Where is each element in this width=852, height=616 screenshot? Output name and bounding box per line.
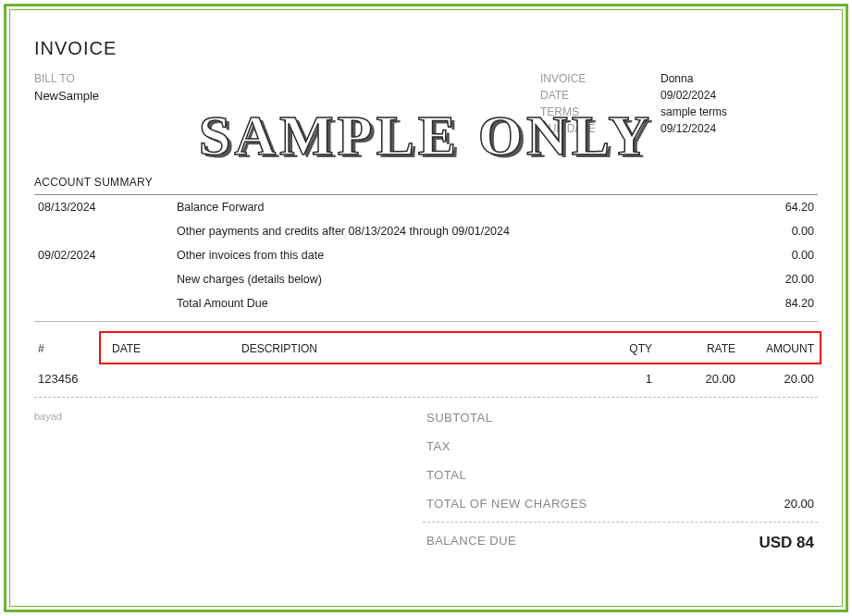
info-date-label: DATE [540, 89, 661, 102]
col-header-date: DATE [108, 335, 238, 363]
line-desc [238, 363, 591, 393]
line-amount: 20.00 [739, 363, 818, 393]
total-row: TOTAL [423, 461, 818, 489]
summary-desc: Total Amount Due [173, 291, 735, 315]
tax-row: TAX [423, 432, 818, 461]
summary-amount: 0.00 [735, 219, 818, 243]
info-row-date: DATE 09/02/2024 [540, 89, 818, 102]
invoice-info-block: INVOICE Donna DATE 09/02/2024 TERMS samp… [540, 72, 818, 139]
summary-date: 09/02/2024 [34, 243, 173, 267]
info-due-label: DUE DATE [540, 122, 661, 135]
line-header-row: # DATE DESCRIPTION QTY RATE AMOUNT [34, 335, 818, 363]
line-items-table: # DATE DESCRIPTION QTY RATE AMOUNT 12345… [34, 335, 818, 393]
summary-date: 08/13/2024 [34, 195, 173, 219]
subtotal-value [712, 411, 814, 425]
bill-to-name: NewSample [34, 89, 293, 103]
col-header-qty: QTY [591, 335, 656, 363]
account-summary-table: 08/13/2024 Balance Forward 64.20 Other p… [34, 195, 818, 315]
col-header-desc: DESCRIPTION [238, 335, 591, 363]
line-date [108, 363, 238, 393]
tax-label: TAX [426, 439, 712, 453]
summary-row: Other payments and credits after 08/13/2… [34, 219, 818, 243]
info-date-value: 09/02/2024 [661, 89, 818, 102]
total-value [712, 468, 814, 482]
new-charges-value: 20.00 [712, 497, 814, 511]
account-summary-heading: ACCOUNT SUMMARY [34, 176, 818, 189]
dashed-divider [423, 522, 818, 523]
summary-desc: Other payments and credits after 08/13/2… [173, 219, 735, 243]
summary-date [34, 291, 173, 315]
col-header-num: # [34, 335, 108, 363]
summary-desc: Other invoices from this date [173, 243, 735, 267]
subtotal-label: SUBTOTAL [426, 411, 712, 425]
tax-value [712, 439, 814, 453]
divider [34, 321, 818, 322]
summary-date [34, 267, 173, 291]
balance-due-value: USD 84 [712, 534, 814, 552]
new-charges-row: TOTAL OF NEW CHARGES 20.00 [423, 489, 818, 518]
col-header-rate: RATE [656, 335, 739, 363]
inner-frame: SAMPLE ONLY INVOICE BILL TO NewSample IN… [9, 9, 843, 607]
info-row-invoice: INVOICE Donna [540, 72, 818, 85]
summary-date [34, 219, 173, 243]
summary-desc: Balance Forward [173, 195, 735, 219]
document-title: INVOICE [34, 38, 818, 59]
summary-row: 08/13/2024 Balance Forward 64.20 [34, 195, 818, 219]
line-items-header-wrap: # DATE DESCRIPTION QTY RATE AMOUNT 12345… [34, 335, 818, 393]
new-charges-label: TOTAL OF NEW CHARGES [426, 497, 712, 511]
footer-note: bayad [34, 403, 219, 560]
header-spacer [293, 72, 540, 139]
summary-amount: 84.20 [735, 291, 818, 315]
summary-desc: New charges (details below) [173, 267, 735, 291]
info-terms-value: sample terms [661, 105, 818, 118]
totals-area: bayad SUBTOTAL TAX TOTAL TOTAL OF NEW CH… [34, 403, 818, 560]
bill-to-label: BILL TO [34, 72, 293, 85]
info-invoice-value: Donna [661, 72, 818, 85]
totals-column: SUBTOTAL TAX TOTAL TOTAL OF NEW CHARGES … [423, 403, 818, 560]
balance-due-label: BALANCE DUE [426, 534, 712, 552]
info-row-terms: TERMS sample terms [540, 105, 818, 118]
summary-amount: 0.00 [735, 243, 818, 267]
total-label: TOTAL [426, 468, 712, 482]
info-terms-label: TERMS [540, 105, 661, 118]
line-qty: 1 [591, 363, 656, 393]
summary-row: Total Amount Due 84.20 [34, 291, 818, 315]
subtotal-row: SUBTOTAL [423, 403, 818, 432]
summary-amount: 20.00 [735, 267, 818, 291]
line-item-row: 123456 1 20.00 20.00 [34, 363, 818, 393]
summary-row: 09/02/2024 Other invoices from this date… [34, 243, 818, 267]
line-num: 123456 [34, 363, 108, 393]
summary-amount: 64.20 [735, 195, 818, 219]
summary-row: New charges (details below) 20.00 [34, 267, 818, 291]
col-header-amount: AMOUNT [739, 335, 818, 363]
dashed-divider [34, 397, 818, 398]
header-row: BILL TO NewSample INVOICE Donna DATE 09/… [34, 72, 818, 139]
bill-to-block: BILL TO NewSample [34, 72, 293, 139]
outer-frame: SAMPLE ONLY INVOICE BILL TO NewSample IN… [4, 4, 848, 612]
info-due-value: 09/12/2024 [661, 122, 818, 135]
info-invoice-label: INVOICE [540, 72, 661, 85]
balance-due-row: BALANCE DUE USD 84 [423, 526, 818, 560]
line-rate: 20.00 [656, 363, 739, 393]
info-row-due: DUE DATE 09/12/2024 [540, 122, 818, 135]
